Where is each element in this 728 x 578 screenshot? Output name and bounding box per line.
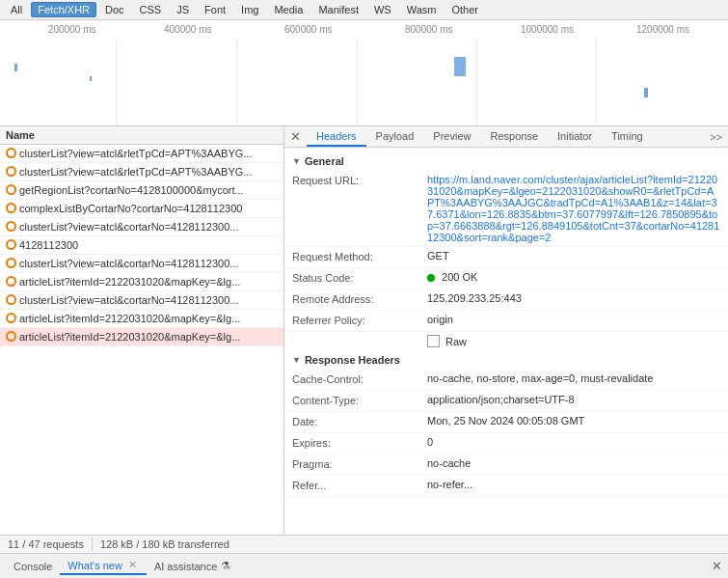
- section-collapse-icon: ▼: [292, 355, 301, 365]
- list-item-selected[interactable]: articleList?itemId=2122031020&mapKey=&lg…: [0, 328, 283, 346]
- filter-doc[interactable]: Doc: [98, 2, 131, 17]
- filter-ws[interactable]: WS: [367, 2, 398, 17]
- timeline-label-4: 800000 ms: [405, 24, 452, 35]
- timeline-label-6: 1200000 ms: [636, 24, 689, 35]
- tab-initiator[interactable]: Initiator: [548, 127, 602, 147]
- cache-control-row: Cache-Control: no-cache, no-store, max-a…: [284, 370, 728, 391]
- pragma-value: no-cache: [427, 457, 720, 472]
- referrer-policy-row: Referrer Policy: origin: [284, 311, 728, 332]
- request-method-row: Request Method: GET: [284, 247, 728, 268]
- expires-row: Expires: 0: [284, 433, 728, 454]
- date-row: Date: Mon, 25 Nov 2024 00:05:08 GMT: [284, 412, 728, 433]
- list-item[interactable]: clusterList?view=atcl&cortarNo=412811230…: [0, 291, 283, 310]
- content-type-label: Content-Type:: [292, 394, 427, 408]
- filter-manifest[interactable]: Manifest: [311, 2, 365, 17]
- request-type-icon: [6, 203, 16, 213]
- cache-control-value: no-cache, no-store, max-age=0, must-reva…: [427, 372, 720, 387]
- tab-preview[interactable]: Preview: [423, 127, 480, 147]
- request-list-header: Name: [0, 126, 283, 145]
- console-tab-label: Console: [13, 561, 52, 572]
- list-item[interactable]: articleList?itemId=2122031020&mapKey=&lg…: [0, 273, 283, 291]
- request-type-icon: [6, 276, 16, 287]
- referrer-policy-label: Referrer Policy:: [292, 314, 427, 328]
- status-code-label: Status Code:: [292, 271, 427, 286]
- filter-other[interactable]: Other: [445, 2, 485, 17]
- content-type-row: Content-Type: application/json;charset=U…: [284, 391, 728, 412]
- list-item[interactable]: 4128112300: [0, 236, 283, 255]
- detail-panel: ✕ Headers Payload Preview Response Initi…: [284, 126, 728, 535]
- filter-media[interactable]: Media: [267, 2, 310, 17]
- list-item[interactable]: articleList?itemId=2122031020&mapKey=&lg…: [0, 310, 283, 328]
- expires-label: Expires:: [292, 436, 427, 451]
- tab-response[interactable]: Response: [480, 127, 548, 147]
- response-headers-title: Response Headers: [305, 354, 400, 366]
- bottom-tab-bar: Console What's new ✕ AI assistance ⚗ ✕: [0, 553, 728, 578]
- bottom-tab-ai-assistance[interactable]: AI assistance ⚗: [147, 558, 238, 574]
- detail-tab-bar: ✕ Headers Payload Preview Response Initi…: [284, 126, 728, 148]
- request-type-icon: [6, 313, 16, 323]
- devtools-close-button[interactable]: ✕: [712, 559, 722, 573]
- filter-wasm[interactable]: Wasm: [400, 2, 444, 17]
- tab-payload[interactable]: Payload: [366, 127, 424, 147]
- tab-timing[interactable]: Timing: [602, 127, 653, 147]
- remote-address-value: 125.209.233.25:443: [427, 292, 720, 307]
- list-item[interactable]: getRegionList?cortarNo=4128100000&mycort…: [0, 181, 283, 200]
- referrer-header-label: Refer...: [292, 479, 427, 493]
- filter-css[interactable]: CSS: [133, 2, 169, 17]
- list-item[interactable]: clusterList?view=atcl&cortarNo=412811230…: [0, 255, 283, 273]
- timeline-label-2: 400000 ms: [164, 24, 211, 35]
- referrer-policy-value: origin: [427, 314, 720, 328]
- date-value: Mon, 25 Nov 2024 00:05:08 GMT: [427, 415, 720, 429]
- timeline-gridline-3: [357, 40, 358, 125]
- cache-control-label: Cache-Control:: [292, 372, 427, 387]
- raw-checkbox[interactable]: [427, 335, 440, 347]
- filter-js[interactable]: JS: [170, 2, 196, 17]
- timeline-label-1: 200000 ms: [48, 24, 95, 35]
- filter-fetch-xhr[interactable]: Fetch/XHR: [31, 2, 96, 17]
- request-url-row: Request URL: https://m.land.naver.com/cl…: [284, 171, 728, 247]
- referrer-header-value: no-refer...: [427, 479, 720, 493]
- request-type-icon: [6, 331, 16, 342]
- filter-all[interactable]: All: [4, 2, 29, 17]
- request-url-label: Request URL:: [292, 174, 427, 243]
- list-item[interactable]: clusterList?view=atcl&rletTpCd=APT%3AABY…: [0, 145, 283, 163]
- timeline: 200000 ms 400000 ms 600000 ms 800000 ms …: [0, 20, 728, 126]
- list-item[interactable]: clusterList?view=atcl&cortarNo=412811230…: [0, 218, 283, 236]
- detail-content: ▼ General Request URL: https://m.land.na…: [284, 148, 728, 501]
- timeline-bar-3: [454, 57, 466, 76]
- status-code-row: Status Code: 200 OK: [284, 268, 728, 289]
- response-headers-section-header[interactable]: ▼ Response Headers: [284, 350, 728, 370]
- bottom-tab-whats-new[interactable]: What's new ✕: [60, 557, 147, 575]
- status-green-dot: [427, 274, 435, 282]
- ai-assistance-tab-label: AI assistance: [154, 561, 217, 572]
- whats-new-close-icon[interactable]: ✕: [126, 559, 139, 571]
- requests-count: 11 / 47 requests: [8, 538, 84, 550]
- general-section-header[interactable]: ▼ General: [284, 151, 728, 171]
- request-type-icon: [6, 221, 16, 232]
- date-label: Date:: [292, 415, 427, 429]
- request-type-icon: [6, 166, 16, 177]
- section-collapse-icon: ▼: [292, 156, 301, 166]
- list-item[interactable]: complexListByCortarNo?cortarNo=412811230…: [0, 200, 283, 218]
- request-type-icon: [6, 239, 16, 250]
- bottom-tab-console[interactable]: Console: [6, 559, 60, 574]
- filter-font[interactable]: Font: [198, 2, 232, 17]
- list-item[interactable]: clusterList?view=atcl&rletTpCd=APT%3AABY…: [0, 163, 283, 181]
- request-url-value[interactable]: https://m.land.naver.com/cluster/ajax/ar…: [427, 174, 720, 243]
- tab-headers[interactable]: Headers: [307, 127, 366, 147]
- timeline-bar-4: [644, 88, 648, 97]
- request-type-icon: [6, 258, 16, 268]
- request-method-value: GET: [427, 250, 720, 264]
- content-type-value: application/json;charset=UTF-8: [427, 394, 720, 408]
- remote-address-row: Remote Address: 125.209.233.25:443: [284, 289, 728, 311]
- raw-label: Raw: [445, 336, 467, 347]
- request-list: Name clusterList?view=atcl&rletTpCd=APT%…: [0, 126, 284, 535]
- tab-more-button[interactable]: >>: [704, 128, 728, 146]
- filter-img[interactable]: Img: [234, 2, 265, 17]
- referrer-header-row: Refer... no-refer...: [284, 476, 728, 497]
- timeline-bar-1: [14, 64, 17, 71]
- request-type-icon: [6, 184, 16, 195]
- request-method-label: Request Method:: [292, 250, 427, 264]
- timeline-gridline-5: [596, 40, 597, 125]
- close-detail-button[interactable]: ✕: [284, 126, 307, 147]
